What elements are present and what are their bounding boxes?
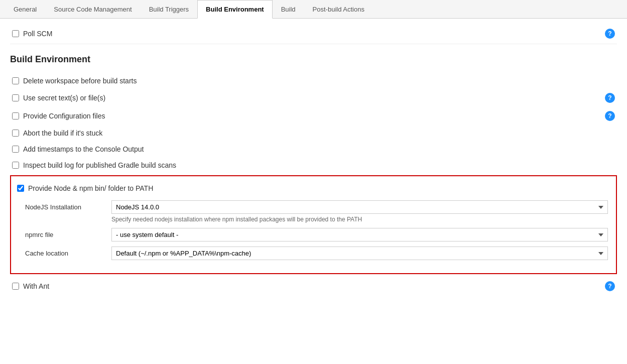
installation-select[interactable]: NodeJS 14.0.0 NodeJS 12.0.0 NodeJS 10.0.… <box>111 200 608 214</box>
nodejs-checkbox[interactable] <box>17 185 24 192</box>
poll-scm-label: Poll SCM <box>23 30 52 38</box>
option-row-abort-stuck: Abort the build if it's stuck <box>10 125 617 141</box>
cache-field: Default (~/.npm or %APP_DATA%\npm-cache)… <box>111 247 608 260</box>
build-environment-heading: Build Environment <box>10 54 617 65</box>
poll-scm-left: Poll SCM <box>12 30 52 38</box>
abort-stuck-checkbox[interactable] <box>12 130 19 137</box>
npmrc-row: npmrc file - use system default - <box>25 228 608 241</box>
tab-post-build-actions[interactable]: Post-build Actions <box>304 0 373 19</box>
inspect-gradle-label: Inspect build log for published Gradle b… <box>23 161 176 169</box>
installation-field: NodeJS 14.0.0 NodeJS 12.0.0 NodeJS 10.0.… <box>111 200 608 223</box>
content-area: Poll SCM ? Build Environment Delete work… <box>0 19 627 306</box>
installation-label: NodeJS Installation <box>25 200 105 211</box>
option-row-add-timestamps: Add timestamps to the Console Output <box>10 141 617 157</box>
option-row-provide-config: Provide Configuration files ? <box>10 107 617 125</box>
npmrc-field: - use system default - <box>111 228 608 241</box>
tab-source-code-management[interactable]: Source Code Management <box>45 0 140 19</box>
cache-select[interactable]: Default (~/.npm or %APP_DATA%\npm-cache)… <box>111 247 608 260</box>
nodejs-option-row: Provide Node & npm bin/ folder to PATH <box>15 182 608 194</box>
poll-scm-row: Poll SCM ? <box>10 24 617 44</box>
option-row-use-secret: Use secret text(s) or file(s) ? <box>10 89 617 107</box>
provide-config-checkbox[interactable] <box>12 112 19 119</box>
delete-workspace-label: Delete workspace before build starts <box>23 77 137 85</box>
add-timestamps-checkbox[interactable] <box>12 146 19 153</box>
nodejs-form: NodeJS Installation NodeJS 14.0.0 NodeJS… <box>15 200 608 260</box>
provide-config-help-icon[interactable]: ? <box>605 111 615 121</box>
abort-stuck-label: Abort the build if it's stuck <box>23 129 102 137</box>
tab-general[interactable]: General <box>5 0 45 19</box>
cache-label: Cache location <box>25 247 105 257</box>
installation-row: NodeJS Installation NodeJS 14.0.0 NodeJS… <box>25 200 608 223</box>
with-ant-help-icon[interactable]: ? <box>605 281 615 291</box>
npmrc-label: npmrc file <box>25 228 105 238</box>
use-secret-checkbox[interactable] <box>12 94 19 101</box>
use-secret-help-icon[interactable]: ? <box>605 93 615 103</box>
npmrc-select[interactable]: - use system default - <box>111 228 608 241</box>
tab-build-environment[interactable]: Build Environment <box>197 0 273 19</box>
delete-workspace-checkbox[interactable] <box>12 77 19 84</box>
add-timestamps-label: Add timestamps to the Console Output <box>23 145 144 153</box>
inspect-gradle-checkbox[interactable] <box>12 162 19 169</box>
with-ant-checkbox[interactable] <box>12 283 19 290</box>
installation-hint: Specify needed nodejs installation where… <box>111 216 608 223</box>
poll-scm-help-icon[interactable]: ? <box>605 29 615 39</box>
tab-bar: General Source Code Management Build Tri… <box>0 0 627 19</box>
with-ant-label: With Ant <box>23 282 49 290</box>
nodejs-section: Provide Node & npm bin/ folder to PATH N… <box>10 175 617 274</box>
nodejs-label: Provide Node & npm bin/ folder to PATH <box>28 184 153 192</box>
poll-scm-checkbox[interactable] <box>12 30 19 37</box>
option-row-delete-workspace: Delete workspace before build starts <box>10 73 617 89</box>
tab-build-triggers[interactable]: Build Triggers <box>141 0 197 19</box>
provide-config-label: Provide Configuration files <box>23 112 105 120</box>
use-secret-label: Use secret text(s) or file(s) <box>23 94 105 102</box>
tab-build[interactable]: Build <box>273 0 304 19</box>
cache-row: Cache location Default (~/.npm or %APP_D… <box>25 247 608 260</box>
option-row-inspect-gradle: Inspect build log for published Gradle b… <box>10 157 617 173</box>
with-ant-row: With Ant ? <box>10 276 617 296</box>
